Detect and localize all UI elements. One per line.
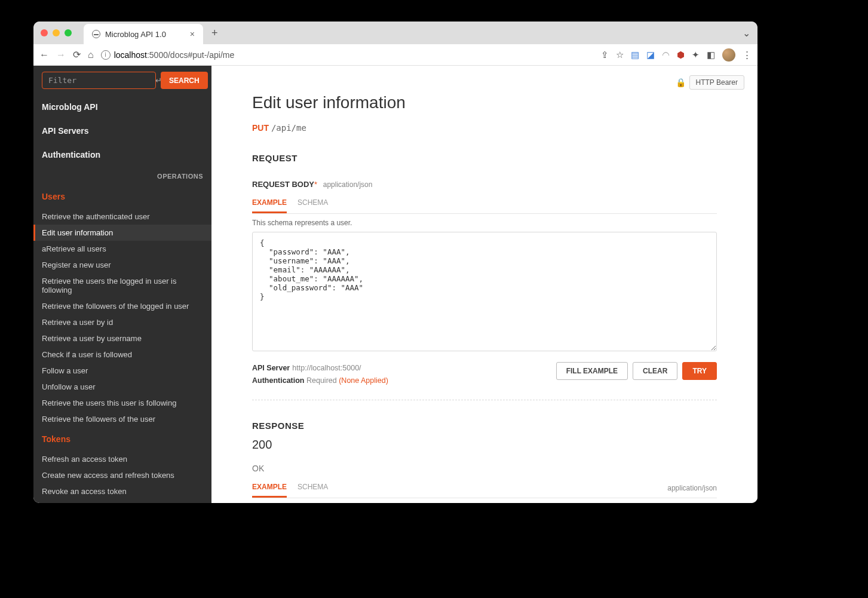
ublock-icon[interactable]: ⬢ <box>677 50 685 60</box>
api-server-label: API Server <box>252 364 290 372</box>
tab-example[interactable]: EXAMPLE <box>252 195 287 213</box>
request-body-editor[interactable] <box>252 232 717 351</box>
auth-scheme-label: HTTP Bearer <box>689 75 744 90</box>
response-heading: RESPONSE <box>252 421 717 431</box>
sidebar-item[interactable]: API Servers <box>33 119 211 143</box>
auth-indicator[interactable]: 🔒 HTTP Bearer <box>676 75 744 90</box>
content-type: application/json <box>323 180 373 189</box>
chrome-tab-bar: Microblog API 1.0 × + ⌄ <box>33 22 757 44</box>
reload-button[interactable]: ⟳ <box>73 49 81 60</box>
back-button[interactable]: ← <box>39 50 49 60</box>
close-window-icon[interactable] <box>41 29 48 36</box>
try-button[interactable]: TRY <box>682 362 717 380</box>
site-info-icon[interactable]: i <box>101 50 111 60</box>
sidebar-operation[interactable]: Revoke an access token <box>33 483 211 499</box>
url-field[interactable]: i localhost:5000/docs#put-/api/me <box>101 50 594 60</box>
side-panel-icon[interactable]: ◧ <box>707 50 715 60</box>
bookmark-star-icon[interactable]: ☆ <box>616 50 624 60</box>
server-auth-row: API Serverhttp://localhost:5000/ Authent… <box>252 362 717 400</box>
home-button[interactable]: ⌂ <box>88 50 94 60</box>
request-body-label: REQUEST BODY <box>252 180 314 189</box>
request-tabs: EXAMPLE SCHEMA <box>252 195 717 214</box>
share-icon[interactable]: ⇪ <box>601 50 609 60</box>
sidebar-operation[interactable]: Check if a user is followed <box>33 346 211 363</box>
sidebar-operation[interactable]: Retrieve the followers of the logged in … <box>33 298 211 314</box>
sidebar-operation[interactable]: Retrieve the users this user is followin… <box>33 395 211 411</box>
sidebar-operation[interactable]: Register a new user <box>33 257 211 273</box>
auth-required: Required <box>306 376 337 385</box>
new-tab-button[interactable]: + <box>211 27 218 39</box>
lock-icon: 🔒 <box>676 78 686 87</box>
response-content-type: application/json <box>667 484 717 492</box>
http-method: PUT <box>252 123 269 133</box>
sidebar-operation[interactable]: Retrieve the authenticated user <box>33 208 211 225</box>
sidebar-category[interactable]: Tokens <box>33 427 211 451</box>
kebab-menu-icon[interactable]: ⋮ <box>743 50 752 60</box>
globe-icon <box>92 30 100 38</box>
tab-schema[interactable]: SCHEMA <box>297 479 328 498</box>
extension-icon[interactable]: ◠ <box>662 50 670 60</box>
sidebar-operation[interactable]: Follow a user <box>33 363 211 379</box>
minimize-window-icon[interactable] <box>53 29 60 36</box>
main-content[interactable]: 🔒 HTTP Bearer Edit user information PUT … <box>211 66 757 503</box>
request-heading: REQUEST <box>252 153 717 163</box>
url-text: localhost:5000/docs#put-/api/me <box>114 50 235 60</box>
fill-example-button[interactable]: FILL EXAMPLE <box>556 362 628 380</box>
sidebar-operation[interactable]: Retrieve a user by id <box>33 314 211 330</box>
auth-none-applied[interactable]: (None Applied) <box>339 376 388 385</box>
sidebar-operation[interactable]: Retrieve the followers of the user <box>33 411 211 427</box>
sidebar: ↵ SEARCH Microblog APIAPI ServersAuthent… <box>33 66 211 503</box>
auth-label: Authentication <box>252 376 305 385</box>
endpoint-path: /api/me <box>271 123 306 133</box>
page-body: ↵ SEARCH Microblog APIAPI ServersAuthent… <box>33 66 757 503</box>
sidebar-operation[interactable]: Edit user information <box>33 225 211 241</box>
response-code: 200 <box>252 438 717 452</box>
extension-icons: ⇪ ☆ ▤ ◪ ◠ ⬢ ✦ ◧ ⋮ <box>601 48 752 62</box>
sidebar-operation[interactable]: Retrieve a user by username <box>33 330 211 346</box>
operations-label: OPERATIONS <box>33 167 211 185</box>
maximize-window-icon[interactable] <box>65 29 72 36</box>
response-tabs-row: EXAMPLE SCHEMA application/json <box>252 479 717 498</box>
tab-title: Microblog API 1.0 <box>105 30 185 39</box>
tab-schema[interactable]: SCHEMA <box>297 195 328 213</box>
sidebar-operation[interactable]: Reset a user password <box>33 499 211 503</box>
extension-icon[interactable]: ◪ <box>646 50 655 60</box>
sidebar-operation[interactable]: Create new access and refresh tokens <box>33 467 211 483</box>
sidebar-operation[interactable]: Refresh an access token <box>33 451 211 467</box>
chevron-down-icon[interactable]: ⌄ <box>743 27 750 39</box>
api-server-url: http://localhost:5000/ <box>292 364 361 372</box>
filter-input[interactable] <box>42 72 156 89</box>
request-body-line: REQUEST BODY* application/json <box>252 180 717 189</box>
schema-description: This schema represents a user. <box>252 503 717 504</box>
extension-icon[interactable]: ▤ <box>631 50 639 60</box>
server-info: API Serverhttp://localhost:5000/ Authent… <box>252 362 388 388</box>
clear-button[interactable]: CLEAR <box>633 362 677 380</box>
sidebar-category[interactable]: Users <box>33 185 211 208</box>
operation-title: Edit user information <box>252 93 717 112</box>
sidebar-search: ↵ SEARCH <box>33 66 211 95</box>
response-message: OK <box>252 464 717 473</box>
traffic-lights <box>41 29 72 36</box>
profile-avatar[interactable] <box>722 48 735 62</box>
close-tab-icon[interactable]: × <box>190 29 195 39</box>
forward-button: → <box>56 50 66 60</box>
search-button[interactable]: SEARCH <box>161 72 208 89</box>
tab-example[interactable]: EXAMPLE <box>252 479 287 498</box>
action-buttons: FILL EXAMPLE CLEAR TRY <box>556 362 717 380</box>
browser-tab[interactable]: Microblog API 1.0 × <box>84 24 203 44</box>
sidebar-operation[interactable]: Unfollow a user <box>33 379 211 395</box>
sidebar-item[interactable]: Microblog API <box>33 95 211 119</box>
schema-description: This schema represents a user. <box>252 219 717 227</box>
sidebar-item[interactable]: Authentication <box>33 143 211 167</box>
required-star: * <box>314 180 317 189</box>
sidebar-operation[interactable]: Retrieve the users the logged in user is… <box>33 273 211 298</box>
extensions-puzzle-icon[interactable]: ✦ <box>692 50 700 60</box>
endpoint-line: PUT /api/me <box>252 123 717 133</box>
response-tabs: EXAMPLE SCHEMA <box>252 479 328 498</box>
browser-window: Microblog API 1.0 × + ⌄ ← → ⟳ ⌂ i localh… <box>33 22 757 503</box>
address-bar: ← → ⟳ ⌂ i localhost:5000/docs#put-/api/m… <box>33 44 757 66</box>
sidebar-operation[interactable]: aRetrieve all users <box>33 241 211 257</box>
